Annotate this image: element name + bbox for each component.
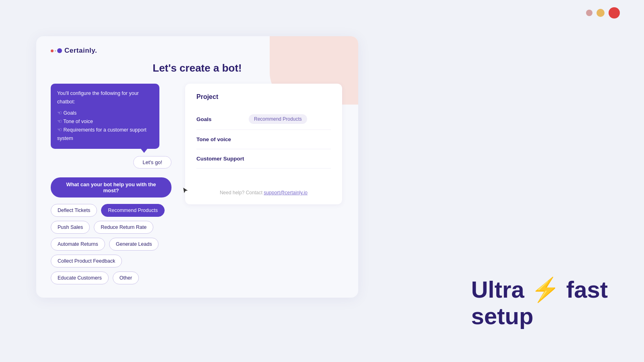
goals-label: Goals <box>196 116 249 122</box>
choices-grid: Deflect Tickets Recommend Products Push … <box>51 204 171 284</box>
project-row-support: Customer Support <box>196 149 331 169</box>
right-panel: Project Goals Recommend Products Tone of… <box>185 84 342 204</box>
logo-dot-connector <box>55 50 56 51</box>
logo-text: Certainly. <box>64 47 97 55</box>
goals-value: Recommend Products <box>249 114 307 124</box>
tagline-prefix: Ultra <box>471 276 530 302</box>
choice-collect-feedback[interactable]: Collect Product Feedback <box>51 255 122 267</box>
main-card: Certainly. Let's create a bot! You'll co… <box>36 36 358 298</box>
support-label: Customer Support <box>196 156 249 162</box>
tagline-fast: fast <box>560 276 608 302</box>
left-panel: You'll configure the following for your … <box>51 84 171 284</box>
choice-reduce-return-rate[interactable]: Reduce Return Rate <box>94 221 153 234</box>
logo-dot-purple <box>57 48 62 53</box>
tagline-setup: setup <box>471 303 533 329</box>
choice-automate-returns[interactable]: Automate Returns <box>51 238 105 251</box>
lets-go-button[interactable]: Let's go! <box>133 156 171 169</box>
project-row-goals: Goals Recommend Products <box>196 109 331 130</box>
support-text: Need help? Contact support@certainly.io <box>185 190 342 195</box>
tooltip-item-1: ☜ Goals <box>57 109 153 117</box>
choice-other[interactable]: Other <box>113 272 139 284</box>
tagline: Ultra ⚡ fastsetup <box>471 276 608 330</box>
choice-educate-customers[interactable]: Educate Customers <box>51 272 109 284</box>
wc-dot-2 <box>597 9 605 17</box>
lightning-icon: ⚡ <box>531 276 560 302</box>
tooltip-bubble: You'll configure the following for your … <box>51 84 159 149</box>
choice-push-sales[interactable]: Push Sales <box>51 221 90 234</box>
wc-dot-3 <box>609 7 620 19</box>
question-button: What can your bot help you with the most… <box>51 177 171 197</box>
tooltip-intro: You'll configure the following for your … <box>57 89 153 107</box>
logo: Certainly. <box>51 47 97 55</box>
logo-icon <box>51 48 62 53</box>
choice-recommend-products[interactable]: Recommend Products <box>101 204 165 217</box>
project-title: Project <box>196 93 331 101</box>
choice-deflect-tickets[interactable]: Deflect Tickets <box>51 204 97 217</box>
choice-generate-leads[interactable]: Generate Leads <box>109 238 159 251</box>
tone-label: Tone of voice <box>196 136 249 142</box>
project-row-tone: Tone of voice <box>196 130 331 149</box>
support-link[interactable]: support@certainly.io <box>264 190 308 195</box>
tooltip-item-3: ☜ Requirements for a customer support sy… <box>57 126 153 143</box>
window-controls <box>586 7 620 19</box>
tooltip-item-2: ☜ Tone of voice <box>57 117 153 126</box>
logo-dot-red <box>51 49 54 52</box>
wc-dot-1 <box>586 10 592 16</box>
page-title: Let's create a bot! <box>36 62 358 74</box>
